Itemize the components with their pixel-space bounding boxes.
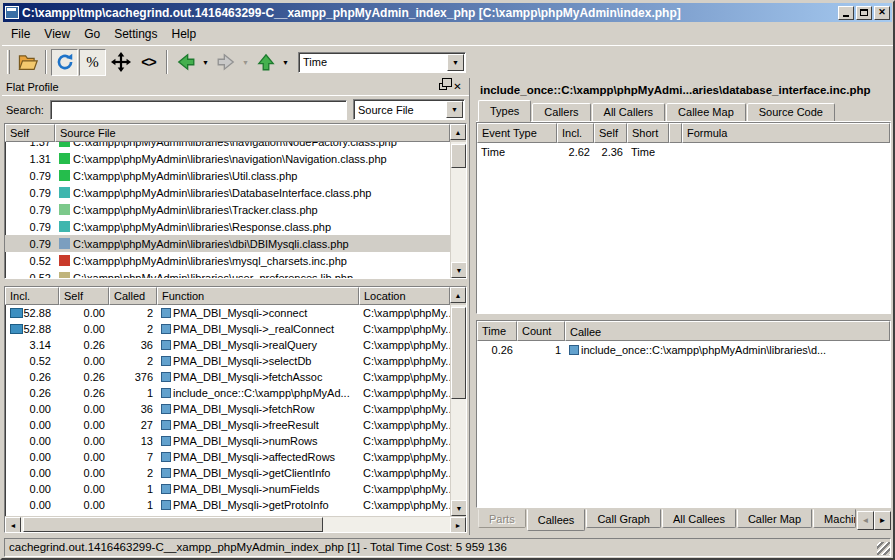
reload-button[interactable] [51, 49, 78, 76]
source-file-row[interactable]: 0.52 C:\xampp\phpMyAdmin\libraries\mysql… [5, 252, 450, 269]
detail-tab[interactable]: Source Code [747, 103, 835, 122]
scroll-up-button[interactable]: ▲ [450, 287, 466, 303]
scrollbar-thumb[interactable] [23, 517, 323, 532]
detail-tab[interactable]: Callers [532, 103, 590, 122]
source-file-row[interactable]: 0.79 C:\xampp\phpMyAdmin\libraries\Track… [5, 201, 450, 218]
forward-button[interactable] [212, 49, 239, 76]
group-by-select[interactable]: Source File ▼ [353, 99, 465, 120]
source-file-row[interactable]: 0.52 C:\xampp\phpMyAdmin\libraries\user_… [5, 269, 450, 278]
source-file-row[interactable]: 0.79 C:\xampp\phpMyAdmin\libraries\dbi\D… [5, 235, 450, 252]
function-row[interactable]: 3.14 0.26 36 PMA_DBI_Mysqli->realQuery C… [5, 337, 450, 353]
callee-row[interactable]: 0.26 1 include_once::C:\xampp\phpMyAdmin… [477, 341, 890, 358]
menu-item[interactable]: View [37, 24, 77, 44]
up-button[interactable] [252, 49, 279, 76]
function-row[interactable]: 52.88 0.00 2 PMA_DBI_Mysqli->connect C:\… [5, 305, 450, 321]
column-header-count[interactable]: Count [517, 321, 565, 341]
percent-toggle-button[interactable]: % [79, 49, 106, 76]
function-row[interactable]: 0.00 0.00 27 PMA_DBI_Mysqli->freeResult … [5, 417, 450, 433]
column-header-self[interactable]: Self [5, 124, 55, 142]
detail-tab[interactable]: Types [478, 100, 531, 122]
detail-bottom-tab[interactable]: Parts [478, 509, 526, 528]
source-file-row[interactable]: 0.79 C:\xampp\phpMyAdmin\libraries\Respo… [5, 218, 450, 235]
scroll-up-button[interactable]: ▲ [450, 124, 466, 140]
detail-bottom-tab[interactable]: Callees [527, 509, 586, 531]
shorten-templates-button[interactable]: <> [135, 49, 162, 76]
column-header-called[interactable]: Called [109, 287, 157, 305]
scrollbar-track[interactable] [323, 517, 450, 532]
source-file-row[interactable]: 0.79 C:\xampp\phpMyAdmin\libraries\Util.… [5, 167, 450, 184]
column-header-location[interactable]: Location [359, 287, 450, 305]
function-row[interactable]: 0.26 0.26 1 include_once::C:\xampp\phpMy… [5, 385, 450, 401]
menu-item[interactable]: Go [77, 24, 107, 44]
detail-bottom-tab[interactable]: All Callees [662, 509, 736, 528]
source-file-row[interactable]: 0.79 C:\xampp\phpMyAdmin\libraries\Datab… [5, 184, 450, 201]
back-dropdown-button[interactable]: ▼ [200, 51, 211, 73]
column-header-source-file[interactable]: Source File [55, 124, 450, 142]
source-file-row[interactable]: 1.31 C:\xampp\phpMyAdmin\libraries\navig… [5, 150, 450, 167]
minimize-button[interactable] [838, 6, 854, 20]
column-header-callee[interactable]: Callee [565, 321, 890, 341]
tabs-scroll-left-button[interactable]: ◄ [857, 511, 874, 530]
scrollbar-thumb[interactable] [451, 307, 466, 399]
column-header-incl[interactable]: Incl. [5, 287, 59, 305]
function-row[interactable]: 0.52 0.00 2 PMA_DBI_Mysqli->selectDb C:\… [5, 353, 450, 369]
back-button[interactable] [172, 49, 199, 76]
event-type-dropdown-button[interactable]: ▼ [447, 54, 464, 71]
group-by-dropdown-button[interactable]: ▼ [446, 101, 463, 118]
column-header-time[interactable]: Time [477, 321, 517, 341]
function-row[interactable]: 52.88 0.00 2 PMA_DBI_Mysqli->_realConnec… [5, 321, 450, 337]
horizontal-splitter[interactable] [2, 279, 469, 286]
function-row[interactable]: 0.26 0.26 376 PMA_DBI_Mysqli->fetchAssoc… [5, 369, 450, 385]
scroll-right-button[interactable]: ► [450, 517, 466, 533]
search-input[interactable] [50, 100, 347, 120]
function-row[interactable]: 0.00 0.00 1 PMA_DBI_Mysqli->getProtoInfo… [5, 497, 450, 513]
dock-close-button[interactable]: ✕ [450, 80, 465, 94]
scroll-left-button[interactable]: ◄ [5, 517, 21, 533]
scroll-down-button[interactable]: ▼ [451, 262, 467, 278]
source-file-row[interactable]: 1.37 C:\xampp\phpMyAdmin\libraries\navig… [5, 142, 450, 150]
column-header-self[interactable]: Self [59, 287, 109, 305]
detail-bottom-tab[interactable]: Caller Map [737, 509, 812, 528]
scrollbar-track[interactable] [451, 399, 466, 500]
function-row[interactable]: 0.00 0.00 7 PMA_DBI_Mysqli->affectedRows… [5, 449, 450, 465]
forward-dropdown-button[interactable]: ▼ [240, 51, 251, 73]
menu-item[interactable]: Settings [107, 24, 164, 44]
function-row[interactable]: 0.00 0.00 36 PMA_DBI_Mysqli->fetchRow C:… [5, 401, 450, 417]
close-button[interactable]: ✕ [874, 6, 890, 20]
detail-tab[interactable]: Callee Map [666, 103, 746, 122]
column-header-self[interactable]: Self [594, 123, 627, 143]
function-table-vscrollbar[interactable]: ▼ [450, 305, 466, 516]
menu-item[interactable]: Help [165, 24, 204, 44]
called-count-value: 27 [109, 419, 157, 431]
detail-tab[interactable]: All Callers [592, 103, 666, 122]
maximize-button[interactable] [856, 6, 872, 20]
detail-bottom-tab[interactable]: Call Graph [586, 509, 661, 528]
source-table-vscrollbar[interactable]: ▼ [450, 142, 466, 278]
resize-grip[interactable] [877, 542, 890, 555]
column-header-function[interactable]: Function [157, 287, 359, 305]
event-type-select[interactable]: Time ▼ [298, 52, 466, 73]
detail-bottom-tab[interactable]: Machine [813, 509, 856, 528]
dock-float-button[interactable] [435, 80, 450, 94]
expand-areas-button[interactable] [107, 49, 134, 76]
column-header-event-type[interactable]: Event Type [477, 123, 557, 143]
dock-title-bar[interactable]: Flat Profile ✕ [2, 78, 469, 96]
function-table-hscrollbar[interactable]: ◄ ► [5, 516, 466, 532]
column-header-formula[interactable]: Formula [682, 123, 890, 143]
column-header-short[interactable]: Short [627, 123, 669, 143]
menu-item[interactable]: File [4, 24, 37, 44]
function-row[interactable]: 0.00 0.00 1 PMA_DBI_Mysqli->numFields C:… [5, 481, 450, 497]
open-file-button[interactable] [14, 49, 41, 76]
column-header-incl[interactable]: Incl. [557, 123, 594, 143]
scrollbar-track[interactable] [451, 168, 466, 262]
function-row[interactable]: 0.00 0.00 13 PMA_DBI_Mysqli->numRows C:\… [5, 433, 450, 449]
function-row[interactable]: 0.00 0.00 2 PMA_DBI_Mysqli->getClientInf… [5, 465, 450, 481]
up-dropdown-button[interactable]: ▼ [280, 51, 291, 73]
title-bar[interactable]: C:\xampp\tmp\cachegrind.out.1416463299-C… [3, 3, 892, 22]
tabs-scroll-right-button[interactable]: ► [874, 511, 891, 530]
scrollbar-thumb[interactable] [451, 144, 466, 168]
self-cost-value: 0.00 [59, 419, 109, 431]
toolbar-drag-handle[interactable] [7, 50, 10, 74]
scroll-down-button[interactable]: ▼ [451, 500, 467, 516]
event-type-row[interactable]: Time 2.62 2.36 Time [477, 143, 890, 160]
